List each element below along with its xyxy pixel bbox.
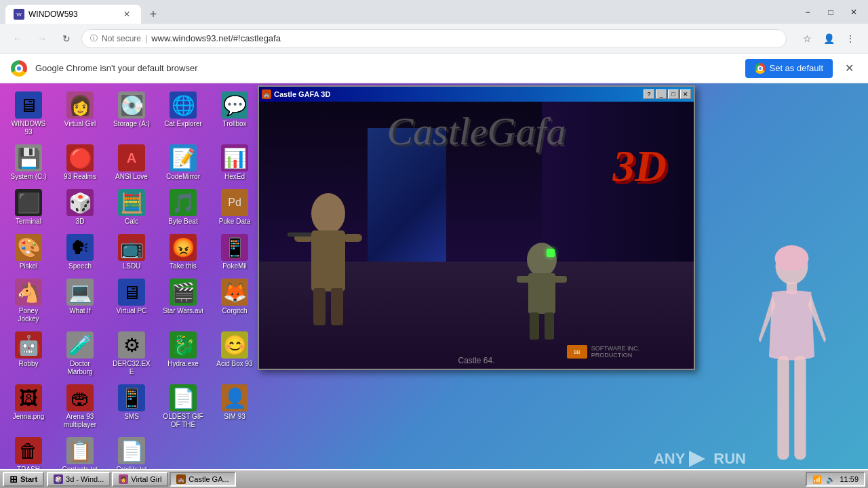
93-realms-label: 93 Realms (64, 173, 96, 181)
icon-puke-data[interactable]: Pd Puke Data (212, 186, 258, 228)
icon-system-c[interactable]: 💾 System (C:) (5, 142, 52, 184)
bookmark-button[interactable]: ☆ (797, 29, 816, 48)
hexed-icon: 📊 (221, 144, 248, 171)
address-separator: | (145, 34, 147, 43)
castle-game-content[interactable]: CastleGafa 3D (259, 102, 694, 369)
jenna-png-label: Jenna.png (13, 413, 45, 421)
star-wars-label: Star Wars.avi (163, 307, 203, 315)
icon-acid-box[interactable]: 😊 Acid Box 93 (212, 329, 258, 379)
taskbar-item-3d[interactable]: 🎲 3d - Wind... (47, 472, 111, 487)
icon-what-if[interactable]: 💻 What If (57, 276, 103, 326)
3d-icon: 🎲 (66, 189, 94, 216)
icon-windows93[interactable]: 🖥 WINDOWS 93 (5, 89, 52, 139)
icon-jenna-png[interactable]: 🖼 Jenna.png (5, 382, 52, 432)
icon-poney-jockey[interactable]: 🐴 Poney Jockey (5, 276, 52, 326)
cat-explorer-label: Cat Explorer (164, 120, 202, 128)
browser-tab[interactable]: W WINDOW593 ✕ (5, 5, 141, 24)
castle-help-button[interactable]: ? (644, 89, 654, 99)
icon-corgitch[interactable]: 🦊 Corgitch (212, 276, 258, 326)
tab-close-button[interactable]: ✕ (121, 8, 133, 20)
taskbar-item-virtal-girl[interactable]: 👩 Virtal Girl (112, 472, 168, 487)
icon-virtual-girl[interactable]: 👩 Virtual Girl (57, 89, 103, 139)
icon-calc[interactable]: 🧮 Calc (108, 186, 155, 228)
icon-hydra-exe[interactable]: 🐉 Hydra.exe (160, 329, 206, 379)
castle-minimize-button[interactable]: _ (656, 89, 667, 99)
ansi-love-icon: A (118, 144, 145, 171)
derc32exe-label: DERC32.EXE (111, 360, 152, 376)
taskbar-item-castle[interactable]: 🏰 Castle GA... (170, 472, 235, 487)
tab-bar: W WINDOW593 ✕ + (5, 0, 163, 24)
icon-cat-explorer[interactable]: 🌐 Cat Explorer (160, 89, 206, 139)
storage-a-label: Storage (A:) (113, 120, 150, 128)
enemy-character (511, 241, 572, 342)
icon-star-wars[interactable]: 🎬 Star Wars.avi (160, 276, 206, 326)
icon-speech[interactable]: 🗣 Speech (57, 231, 103, 273)
software-production: PRODUCTION (591, 352, 639, 359)
profile-button[interactable]: 👤 (819, 29, 838, 48)
icon-trollbox[interactable]: 💬 Trollbox (212, 89, 258, 139)
taskbar-systray: 📶 🔊 11:59 (806, 472, 865, 487)
forward-button[interactable]: → (33, 29, 52, 48)
icon-doctor-marburg[interactable]: 🧪 Doctor Marburg (57, 329, 103, 379)
browser-maximize-button[interactable]: □ (822, 3, 840, 21)
what-if-icon: 💻 (66, 279, 94, 306)
notification-bar: Google Chrome isn't your default browser… (0, 54, 868, 83)
virtual-pc-label: Virtual PC (117, 307, 147, 315)
svg-rect-8 (528, 273, 555, 314)
icon-byte-beat[interactable]: 🎵 Byte Beat (160, 186, 206, 228)
svg-rect-4 (313, 288, 326, 325)
icon-derc32exe[interactable]: ⚙ DERC32.EXE (108, 329, 155, 379)
icon-codemirror[interactable]: 📝 CodeMirror (160, 142, 206, 184)
icon-piskel[interactable]: 🎨 Piskel (5, 231, 52, 273)
acid-box-icon: 😊 (221, 331, 248, 359)
set-default-inner (757, 66, 763, 71)
codemirror-label: CodeMirror (166, 173, 200, 181)
castle-close-button[interactable]: ✕ (680, 89, 691, 99)
icon-hexed[interactable]: 📊 HexEd (212, 142, 258, 184)
taskbar-castle-icon: 🏰 (176, 474, 186, 484)
castle-win-controls: ? _ □ ✕ (644, 89, 691, 99)
address-input[interactable]: ⓘ Not secure | www.windows93.net/#!castl… (81, 29, 787, 48)
icon-robby[interactable]: 🤖 Robby (5, 329, 52, 379)
icon-lsdu[interactable]: 📺 LSDU (108, 231, 155, 273)
icon-sim93[interactable]: 👤 SIM 93 (212, 382, 258, 432)
castle-maximize-button[interactable]: □ (668, 89, 679, 99)
trash-icon: 🗑 (15, 437, 42, 464)
notification-close-button[interactable]: ✕ (841, 60, 857, 77)
icon-take-this[interactable]: 😡 Take this (160, 231, 206, 273)
corgitch-label: Corgitch (222, 307, 247, 315)
browser-close-button[interactable]: ✕ (845, 3, 863, 21)
tab-favicon: W (14, 9, 24, 20)
what-if-label: What If (69, 307, 91, 315)
start-button[interactable]: ⊞ Start (3, 472, 44, 487)
back-button[interactable]: ← (8, 29, 27, 48)
icon-sms[interactable]: 📱 SMS (108, 382, 155, 432)
castle-window[interactable]: 🏰 Castle GAFA 3D ? _ □ ✕ (258, 85, 695, 370)
icon-93-realms[interactable]: 🔴 93 Realms (57, 142, 103, 184)
chrome-logo (11, 60, 27, 77)
castle-game-title-area: CastleGafa 3D (259, 112, 694, 188)
icon-virtual-pc[interactable]: 🖥 Virtual PC (108, 276, 155, 326)
lsdu-icon: 📺 (118, 234, 145, 261)
robby-icon: 🤖 (15, 331, 42, 359)
game-pickup (547, 249, 555, 257)
taskbar-castle-label: Castle GA... (189, 475, 229, 483)
storage-a-icon: 💽 (118, 92, 145, 119)
set-default-button[interactable]: Set as default (745, 59, 833, 78)
svg-rect-1 (311, 230, 345, 291)
icon-ansi-love[interactable]: A ANSI Love (108, 142, 155, 184)
icon-storage-a[interactable]: 💽 Storage (A:) (108, 89, 155, 139)
star-wars-icon: 🎬 (170, 279, 197, 306)
menu-button[interactable]: ⋮ (841, 29, 860, 48)
refresh-button[interactable]: ↻ (57, 29, 76, 48)
new-tab-button[interactable]: + (144, 5, 163, 24)
browser-minimize-button[interactable]: − (799, 3, 816, 21)
castle-titlebar: 🏰 Castle GAFA 3D ? _ □ ✕ (259, 87, 694, 102)
puke-data-label: Puke Data (219, 218, 251, 226)
icon-arena-93[interactable]: 🏟 Arena 93 multiplayer (57, 382, 103, 432)
icon-terminal[interactable]: ⬛ Terminal (5, 186, 52, 228)
icon-oldest-gif[interactable]: 📄 OLDEST GIF OF THE (160, 382, 206, 432)
icon-3d[interactable]: 🎲 3D (57, 186, 103, 228)
icon-pokemii[interactable]: 📱 PokeMii (212, 231, 258, 273)
calc-label: Calc (125, 218, 138, 226)
